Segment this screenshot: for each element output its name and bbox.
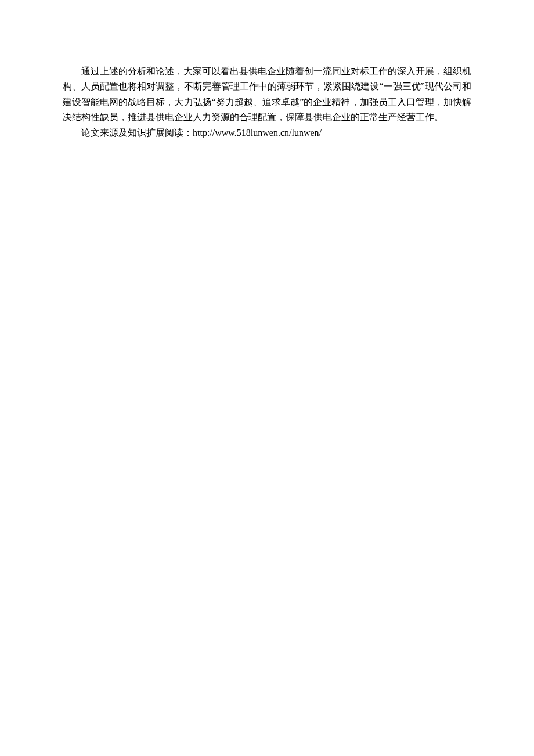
paragraph-text: 通过上述的分析和论述，大家可以看出县供电企业随着创一流同业对标工作的深入开展，组… (63, 66, 471, 122)
source-paragraph: 论文来源及知识扩展阅读：http://www.518lunwen.cn/lunw… (63, 125, 471, 141)
body-paragraph: 通过上述的分析和论述，大家可以看出县供电企业随着创一流同业对标工作的深入开展，组… (63, 64, 471, 125)
source-text: 论文来源及知识扩展阅读：http://www.518lunwen.cn/lunw… (81, 128, 322, 138)
